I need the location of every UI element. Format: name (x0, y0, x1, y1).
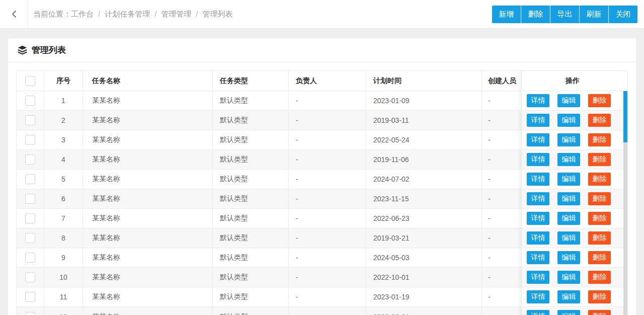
edit-button[interactable]: 编辑 (557, 133, 580, 146)
breadcrumb-separator: / (94, 10, 105, 18)
row-delete-button[interactable]: 删除 (588, 153, 611, 166)
row-owner-cell: - (289, 111, 366, 130)
detail-button[interactable]: 详情 (527, 192, 549, 205)
row-index-cell: 7 (44, 209, 83, 228)
topbar-actions: 新增删除导出刷新关闭 (492, 6, 637, 23)
row-delete-button[interactable]: 删除 (588, 271, 611, 284)
edit-button[interactable]: 编辑 (557, 173, 580, 186)
row-type-cell: 默认类型 (213, 287, 289, 306)
col-header-index: 序号 (44, 71, 83, 91)
edit-button[interactable]: 编辑 (557, 251, 580, 264)
breadcrumb-separator: / (191, 10, 202, 18)
detail-button[interactable]: 详情 (527, 114, 549, 127)
breadcrumb-item-1[interactable]: 工作台 (71, 10, 94, 18)
row-operations: 详情编辑删除 (522, 248, 623, 268)
detail-button[interactable]: 详情 (527, 251, 549, 264)
row-plan-time-cell: 2024-07-02 (366, 170, 482, 189)
detail-button[interactable]: 详情 (527, 271, 549, 284)
row-checkbox[interactable] (25, 213, 35, 223)
edit-button[interactable]: 编辑 (557, 212, 580, 225)
edit-button[interactable]: 编辑 (557, 271, 580, 284)
row-checkbox[interactable] (25, 115, 35, 125)
edit-button[interactable]: 编辑 (557, 114, 580, 127)
row-owner-cell: - (289, 268, 366, 287)
export-button[interactable]: 导出 (550, 6, 579, 23)
row-owner-cell: - (289, 307, 366, 315)
row-plan-time-cell: 2023-01-09 (366, 91, 482, 110)
row-delete-button[interactable]: 删除 (588, 251, 611, 264)
row-index-cell: 2 (44, 111, 83, 130)
row-delete-button[interactable]: 删除 (588, 310, 611, 315)
row-delete-button[interactable]: 删除 (588, 94, 611, 107)
breadcrumb-prefix: 当前位置： (33, 10, 71, 19)
row-owner-cell: - (289, 248, 366, 267)
row-checkbox[interactable] (25, 174, 35, 184)
edit-button[interactable]: 编辑 (557, 290, 580, 303)
edit-button[interactable]: 编辑 (557, 231, 580, 245)
row-operations: 详情编辑删除 (522, 287, 623, 307)
row-index-cell: 1 (44, 91, 83, 110)
row-checkbox[interactable] (25, 292, 35, 302)
row-index-cell: 5 (44, 170, 83, 189)
detail-button[interactable]: 详情 (527, 173, 549, 186)
scrollbar-thumb[interactable] (623, 91, 627, 142)
vertical-scrollbar[interactable] (623, 91, 627, 315)
row-type-cell: 默认类型 (213, 170, 289, 189)
detail-button[interactable]: 详情 (527, 212, 549, 225)
breadcrumb-item-2[interactable]: 计划任务管理 (105, 10, 150, 18)
row-checkbox[interactable] (25, 312, 35, 315)
row-index-cell: 9 (44, 248, 83, 267)
row-operations: 详情编辑删除 (522, 307, 623, 315)
refresh-button[interactable]: 刷新 (580, 6, 608, 23)
row-type-cell: 默认类型 (213, 228, 289, 248)
breadcrumb-separator: / (150, 10, 161, 18)
row-delete-button[interactable]: 删除 (588, 133, 611, 146)
row-operations: 详情编辑删除 (522, 170, 623, 189)
header-checkbox-cell (17, 71, 44, 91)
edit-button[interactable]: 编辑 (557, 310, 580, 315)
delete-button[interactable]: 删除 (521, 6, 550, 23)
topbar: 当前位置： 工作台/计划任务管理/管理管理/管理列表 新增删除导出刷新关闭 (0, 0, 644, 29)
card-body: 序号 任务名称 任务类型 负责人 计划时间 创建人员 1某某名称默认类型-202… (8, 62, 636, 315)
detail-button[interactable]: 详情 (527, 133, 549, 146)
row-checkbox[interactable] (25, 135, 35, 145)
edit-button[interactable]: 编辑 (557, 192, 580, 205)
edit-button[interactable]: 编辑 (557, 94, 580, 107)
row-owner-cell: - (289, 189, 366, 208)
back-button[interactable] (0, 0, 28, 28)
row-delete-button[interactable]: 删除 (588, 231, 611, 245)
row-checkbox[interactable] (25, 233, 35, 243)
page-title: 管理列表 (32, 44, 66, 56)
row-checkbox[interactable] (25, 96, 35, 106)
detail-button[interactable]: 详情 (527, 231, 549, 245)
select-all-checkbox[interactable] (25, 76, 35, 86)
row-checkbox[interactable] (25, 253, 35, 263)
row-checkbox-cell (17, 189, 44, 208)
detail-button[interactable]: 详情 (527, 290, 549, 303)
row-delete-button[interactable]: 删除 (588, 114, 611, 127)
row-delete-button[interactable]: 删除 (588, 212, 611, 225)
row-delete-button[interactable]: 删除 (588, 192, 611, 205)
row-checkbox-cell (17, 248, 44, 267)
detail-button[interactable]: 详情 (527, 310, 549, 315)
add-button[interactable]: 新增 (492, 6, 521, 23)
row-type-cell: 默认类型 (213, 130, 289, 149)
row-operations: 详情编辑删除 (522, 130, 623, 150)
row-delete-button[interactable]: 删除 (588, 290, 611, 303)
row-checkbox[interactable] (25, 194, 35, 204)
row-checkbox-cell (17, 287, 44, 306)
row-plan-time-cell: 2022-06-23 (366, 209, 482, 228)
row-name-cell: 某某名称 (83, 248, 213, 267)
row-operations: 详情编辑删除 (522, 268, 623, 287)
row-checkbox[interactable] (25, 154, 35, 165)
detail-button[interactable]: 详情 (527, 94, 549, 107)
breadcrumb-item-3[interactable]: 管理管理 (161, 10, 191, 18)
breadcrumb-items: 工作台/计划任务管理/管理管理/管理列表 (71, 10, 233, 19)
close-button[interactable]: 关闭 (609, 6, 637, 23)
col-header-name: 任务名称 (83, 71, 213, 91)
row-delete-button[interactable]: 删除 (588, 173, 611, 186)
fixed-operations-column: 操作 详情编辑删除详情编辑删除详情编辑删除详情编辑删除详情编辑删除详情编辑删除详… (521, 71, 623, 315)
detail-button[interactable]: 详情 (527, 153, 549, 166)
edit-button[interactable]: 编辑 (557, 153, 580, 166)
row-checkbox[interactable] (25, 272, 35, 282)
